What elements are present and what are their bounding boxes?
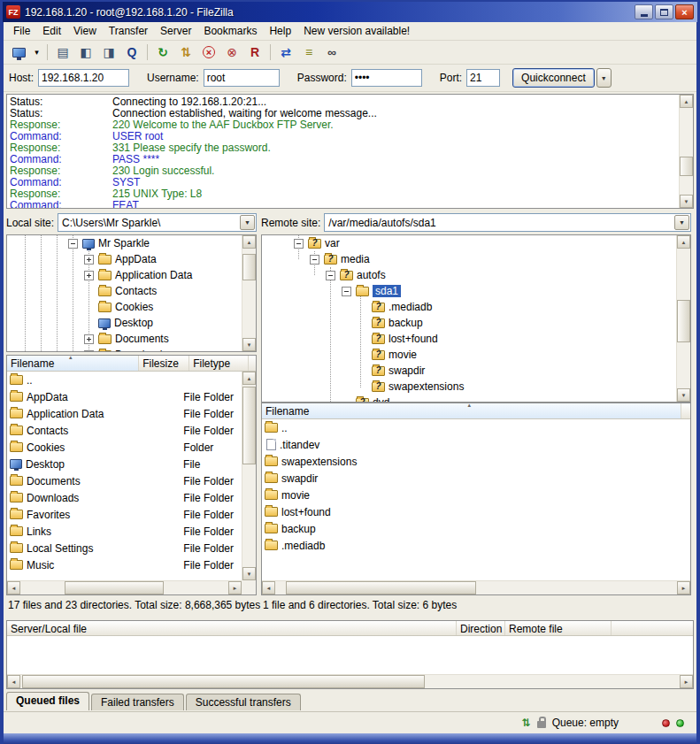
- file-row[interactable]: swapextensions: [262, 453, 690, 470]
- collapse-icon[interactable]: [342, 287, 351, 296]
- toggle-remote-tree-icon[interactable]: ◨: [98, 42, 119, 62]
- tree-item[interactable]: media: [262, 251, 690, 267]
- disconnect-icon[interactable]: ⊗: [221, 42, 242, 62]
- file-row[interactable]: LinksFile Folder: [7, 523, 242, 540]
- scroll-right-icon[interactable]: ►: [680, 675, 693, 688]
- file-row[interactable]: .titandev: [262, 436, 690, 453]
- process-queue-icon[interactable]: ⇅: [175, 42, 196, 62]
- column-header-server-local-file[interactable]: Server/Local file: [7, 621, 457, 635]
- column-header-direction[interactable]: Direction: [457, 621, 505, 635]
- transfer-queue-list[interactable]: [7, 636, 693, 674]
- column-header-filesize[interactable]: Filesize: [139, 356, 189, 371]
- tab-queued-files[interactable]: Queued files: [6, 692, 89, 710]
- tree-item[interactable]: backup: [262, 315, 690, 331]
- speed-limits-icon[interactable]: ⇅: [522, 717, 531, 728]
- scroll-up-icon[interactable]: ▲: [677, 235, 690, 249]
- remote-list-hscrollbar[interactable]: ◄ ►: [262, 580, 690, 594]
- tree-item[interactable]: Cookies: [7, 299, 256, 315]
- file-row[interactable]: Application DataFile Folder: [7, 405, 242, 422]
- collapse-icon[interactable]: [326, 271, 335, 280]
- reconnect-icon[interactable]: R: [244, 42, 265, 62]
- tree-item[interactable]: Mr Sparkle: [7, 235, 256, 251]
- scroll-left-icon[interactable]: ◄: [7, 675, 20, 688]
- quickconnect-dropdown-icon[interactable]: ▼: [596, 68, 612, 88]
- file-row[interactable]: AppDataFile Folder: [7, 388, 242, 405]
- expand-icon[interactable]: [84, 271, 94, 280]
- file-row[interactable]: lost+found: [262, 503, 690, 520]
- scrollbar-thumb[interactable]: [242, 387, 256, 464]
- find-files-icon[interactable]: ∞: [321, 42, 342, 62]
- scrollbar-thumb[interactable]: [22, 675, 425, 688]
- tree-item[interactable]: Documents: [7, 331, 256, 347]
- minimize-button[interactable]: [635, 4, 653, 19]
- close-button[interactable]: ×: [675, 4, 694, 19]
- remote-tree-scrollbar[interactable]: ▲ ▼: [676, 235, 690, 402]
- expand-icon[interactable]: [84, 255, 94, 265]
- menu-transfer[interactable]: Transfer: [103, 23, 154, 39]
- collapse-icon[interactable]: [310, 255, 319, 265]
- maximize-button[interactable]: [655, 4, 673, 19]
- file-row[interactable]: Local SettingsFile Folder: [7, 540, 242, 556]
- menu-view[interactable]: View: [67, 23, 103, 39]
- file-row[interactable]: .mediadb: [262, 537, 690, 554]
- tree-item[interactable]: Downloads: [7, 347, 256, 352]
- host-input[interactable]: [38, 69, 129, 87]
- tree-item[interactable]: var: [262, 235, 690, 251]
- tree-item[interactable]: swapdir: [262, 363, 690, 379]
- log-scrollbar[interactable]: ▲ ▼: [679, 95, 693, 208]
- column-header-filename[interactable]: ▴Filename: [7, 356, 139, 371]
- quickconnect-button[interactable]: Quickconnect: [512, 68, 595, 88]
- expand-icon[interactable]: [84, 334, 94, 344]
- column-header-filename[interactable]: ▴Filename: [262, 403, 681, 418]
- scrollbar-thumb[interactable]: [242, 254, 256, 280]
- file-row[interactable]: CookiesFolder: [7, 439, 242, 456]
- file-row[interactable]: ..: [7, 372, 242, 388]
- tree-item[interactable]: Desktop: [7, 315, 256, 331]
- scroll-up-icon[interactable]: ▲: [242, 235, 256, 249]
- scroll-right-icon[interactable]: ►: [228, 581, 242, 594]
- scrollbar-thumb[interactable]: [680, 157, 693, 176]
- dropdown-arrow-icon[interactable]: ▼: [240, 215, 255, 230]
- tree-item[interactable]: lost+found: [262, 331, 690, 347]
- tree-item[interactable]: .mediadb: [262, 299, 690, 315]
- scroll-up-icon[interactable]: ▲: [242, 372, 256, 385]
- username-input[interactable]: [204, 69, 280, 87]
- column-header-remote-file[interactable]: Remote file: [505, 621, 612, 635]
- scrollbar-thumb[interactable]: [286, 581, 476, 594]
- file-row[interactable]: swapdir: [262, 470, 690, 487]
- collapse-icon[interactable]: [68, 239, 78, 249]
- file-row[interactable]: MusicFile Folder: [7, 556, 242, 573]
- refresh-icon[interactable]: ↻: [152, 42, 173, 62]
- file-row[interactable]: DocumentsFile Folder: [7, 472, 242, 489]
- tab-successful-transfers[interactable]: Successful transfers: [186, 694, 301, 710]
- tree-item[interactable]: dvd: [262, 395, 690, 403]
- tree-item[interactable]: AppData: [7, 251, 256, 267]
- synchronized-browsing-icon[interactable]: ≡: [298, 42, 319, 62]
- column-header-filetype[interactable]: Filetype: [189, 356, 249, 371]
- toggle-queue-icon[interactable]: Q: [121, 42, 142, 62]
- directory-comparison-icon[interactable]: ⇄: [275, 42, 296, 62]
- queue-hscrollbar[interactable]: ◄ ►: [7, 674, 693, 688]
- local-tree-scrollbar[interactable]: ▲ ▼: [242, 235, 256, 351]
- file-row[interactable]: ContactsFile Folder: [7, 422, 242, 439]
- file-row[interactable]: DesktopFile: [7, 456, 242, 472]
- dropdown-arrow-icon[interactable]: ▼: [674, 215, 689, 230]
- scrollbar-thumb[interactable]: [677, 300, 690, 342]
- tree-item[interactable]: movie: [262, 347, 690, 363]
- menu-server[interactable]: Server: [154, 23, 197, 39]
- file-row[interactable]: ..: [262, 419, 690, 436]
- tree-item[interactable]: Contacts: [7, 283, 256, 299]
- file-row[interactable]: movie: [262, 487, 690, 503]
- toggle-message-log-icon[interactable]: ▤: [52, 42, 73, 62]
- file-row[interactable]: FavoritesFile Folder: [7, 506, 242, 523]
- menu-help[interactable]: Help: [263, 23, 297, 39]
- local-list-vscrollbar[interactable]: ▲ ▼: [242, 372, 256, 580]
- tree-item[interactable]: Application Data: [7, 267, 256, 283]
- site-manager-dropdown-icon[interactable]: ▾: [31, 42, 42, 62]
- scroll-down-icon[interactable]: ▼: [680, 195, 693, 208]
- menu-new-version[interactable]: New version available!: [297, 23, 416, 39]
- tree-item[interactable]: swapextensions: [262, 379, 690, 395]
- local-list-hscrollbar[interactable]: ◄ ►: [7, 580, 242, 594]
- password-input[interactable]: [351, 69, 422, 87]
- scroll-left-icon[interactable]: ◄: [262, 581, 275, 594]
